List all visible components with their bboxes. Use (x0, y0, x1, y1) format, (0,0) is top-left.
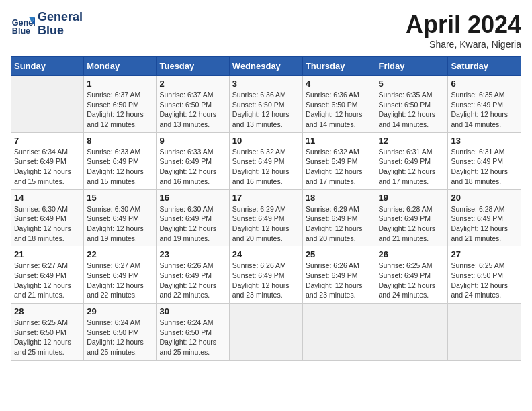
calendar-cell (11, 76, 84, 133)
calendar-cell: 25Sunrise: 6:26 AM Sunset: 6:49 PM Dayli… (302, 246, 375, 304)
day-info: Sunrise: 6:33 AM Sunset: 6:49 PM Dayligh… (87, 147, 153, 187)
day-info: Sunrise: 6:30 AM Sunset: 6:49 PM Dayligh… (87, 204, 153, 244)
logo: General Blue General Blue (11, 11, 83, 38)
month-title: April 2024 (406, 11, 521, 39)
day-info: Sunrise: 6:26 AM Sunset: 6:49 PM Dayligh… (159, 261, 226, 300)
weekday-header: Wednesday (229, 57, 302, 76)
day-number: 12 (378, 136, 445, 146)
day-info: Sunrise: 6:25 AM Sunset: 6:49 PM Dayligh… (378, 261, 445, 300)
calendar-cell: 10Sunrise: 6:32 AM Sunset: 6:49 PM Dayli… (229, 132, 302, 189)
calendar-header-row: SundayMondayTuesdayWednesdayThursdayFrid… (11, 57, 521, 76)
day-info: Sunrise: 6:30 AM Sunset: 6:49 PM Dayligh… (159, 204, 226, 244)
day-number: 1 (87, 79, 153, 89)
day-info: Sunrise: 6:25 AM Sunset: 6:50 PM Dayligh… (451, 261, 518, 300)
calendar-cell: 22Sunrise: 6:27 AM Sunset: 6:49 PM Dayli… (84, 246, 157, 304)
day-number: 7 (14, 136, 81, 146)
day-info: Sunrise: 6:26 AM Sunset: 6:49 PM Dayligh… (232, 261, 300, 300)
weekday-header: Tuesday (157, 57, 229, 76)
day-number: 13 (451, 136, 518, 146)
day-number: 4 (306, 79, 373, 89)
day-number: 14 (14, 193, 81, 203)
day-info: Sunrise: 6:35 AM Sunset: 6:49 PM Dayligh… (451, 90, 518, 130)
calendar-cell: 12Sunrise: 6:31 AM Sunset: 6:49 PM Dayli… (375, 132, 448, 189)
day-info: Sunrise: 6:32 AM Sunset: 6:49 PM Dayligh… (306, 147, 373, 187)
day-number: 11 (306, 136, 373, 146)
day-number: 6 (451, 79, 518, 89)
day-number: 18 (306, 193, 373, 203)
calendar-cell: 24Sunrise: 6:26 AM Sunset: 6:49 PM Dayli… (229, 246, 302, 304)
day-info: Sunrise: 6:28 AM Sunset: 6:49 PM Dayligh… (378, 204, 445, 244)
day-number: 10 (232, 136, 300, 146)
calendar-header: SundayMondayTuesdayWednesdayThursdayFrid… (11, 57, 521, 76)
calendar-week-row: 21Sunrise: 6:27 AM Sunset: 6:49 PM Dayli… (11, 246, 521, 304)
day-info: Sunrise: 6:29 AM Sunset: 6:49 PM Dayligh… (232, 204, 300, 244)
calendar-cell: 14Sunrise: 6:30 AM Sunset: 6:49 PM Dayli… (11, 189, 84, 246)
day-number: 25 (306, 249, 373, 259)
calendar-cell: 11Sunrise: 6:32 AM Sunset: 6:49 PM Dayli… (302, 132, 375, 189)
location-subtitle: Share, Kwara, Nigeria (406, 39, 521, 50)
day-number: 19 (378, 193, 445, 203)
weekday-header: Sunday (11, 57, 84, 76)
day-info: Sunrise: 6:33 AM Sunset: 6:49 PM Dayligh… (159, 147, 226, 187)
calendar-body: 1Sunrise: 6:37 AM Sunset: 6:50 PM Daylig… (11, 76, 521, 361)
day-info: Sunrise: 6:25 AM Sunset: 6:50 PM Dayligh… (14, 318, 81, 357)
title-area: April 2024 Share, Kwara, Nigeria (406, 11, 521, 50)
day-number: 5 (378, 79, 445, 89)
calendar-cell: 3Sunrise: 6:36 AM Sunset: 6:50 PM Daylig… (229, 76, 302, 133)
day-number: 29 (87, 306, 153, 316)
day-number: 17 (232, 193, 300, 203)
calendar-cell: 6Sunrise: 6:35 AM Sunset: 6:49 PM Daylig… (448, 76, 521, 133)
calendar-cell: 16Sunrise: 6:30 AM Sunset: 6:49 PM Dayli… (157, 189, 229, 246)
day-number: 20 (451, 193, 518, 203)
day-info: Sunrise: 6:24 AM Sunset: 6:50 PM Dayligh… (159, 318, 226, 357)
day-number: 21 (14, 249, 81, 259)
calendar-cell: 4Sunrise: 6:36 AM Sunset: 6:50 PM Daylig… (302, 76, 375, 133)
weekday-header: Saturday (448, 57, 521, 76)
calendar-cell: 1Sunrise: 6:37 AM Sunset: 6:50 PM Daylig… (84, 76, 157, 133)
day-number: 23 (159, 249, 226, 259)
calendar-cell: 28Sunrise: 6:25 AM Sunset: 6:50 PM Dayli… (11, 304, 84, 361)
calendar-cell: 5Sunrise: 6:35 AM Sunset: 6:50 PM Daylig… (375, 76, 448, 133)
calendar-cell: 29Sunrise: 6:24 AM Sunset: 6:50 PM Dayli… (84, 304, 157, 361)
calendar-cell: 19Sunrise: 6:28 AM Sunset: 6:49 PM Dayli… (375, 189, 448, 246)
day-number: 15 (87, 193, 153, 203)
calendar-cell (302, 304, 375, 361)
day-info: Sunrise: 6:36 AM Sunset: 6:50 PM Dayligh… (232, 90, 300, 130)
day-number: 9 (159, 136, 226, 146)
weekday-header: Thursday (302, 57, 375, 76)
calendar-cell: 23Sunrise: 6:26 AM Sunset: 6:49 PM Dayli… (157, 246, 229, 304)
calendar-cell: 9Sunrise: 6:33 AM Sunset: 6:49 PM Daylig… (157, 132, 229, 189)
day-info: Sunrise: 6:27 AM Sunset: 6:49 PM Dayligh… (14, 261, 81, 300)
day-info: Sunrise: 6:29 AM Sunset: 6:49 PM Dayligh… (306, 204, 373, 244)
day-info: Sunrise: 6:32 AM Sunset: 6:49 PM Dayligh… (232, 147, 300, 187)
calendar-cell: 21Sunrise: 6:27 AM Sunset: 6:49 PM Dayli… (11, 246, 84, 304)
day-info: Sunrise: 6:26 AM Sunset: 6:49 PM Dayligh… (306, 261, 373, 300)
calendar-week-row: 28Sunrise: 6:25 AM Sunset: 6:50 PM Dayli… (11, 304, 521, 361)
day-info: Sunrise: 6:28 AM Sunset: 6:49 PM Dayligh… (451, 204, 518, 244)
day-info: Sunrise: 6:24 AM Sunset: 6:50 PM Dayligh… (87, 318, 153, 357)
day-info: Sunrise: 6:31 AM Sunset: 6:49 PM Dayligh… (378, 147, 445, 187)
day-info: Sunrise: 6:27 AM Sunset: 6:49 PM Dayligh… (87, 261, 153, 300)
day-info: Sunrise: 6:34 AM Sunset: 6:49 PM Dayligh… (14, 147, 81, 187)
calendar-cell: 17Sunrise: 6:29 AM Sunset: 6:49 PM Dayli… (229, 189, 302, 246)
calendar-cell: 7Sunrise: 6:34 AM Sunset: 6:49 PM Daylig… (11, 132, 84, 189)
weekday-header: Monday (84, 57, 157, 76)
calendar-cell (375, 304, 448, 361)
calendar-cell: 27Sunrise: 6:25 AM Sunset: 6:50 PM Dayli… (448, 246, 521, 304)
calendar-week-row: 7Sunrise: 6:34 AM Sunset: 6:49 PM Daylig… (11, 132, 521, 189)
day-number: 16 (159, 193, 226, 203)
logo-icon: General Blue (11, 12, 35, 36)
svg-text:Blue: Blue (12, 26, 30, 36)
day-info: Sunrise: 6:37 AM Sunset: 6:50 PM Dayligh… (159, 90, 226, 130)
calendar-cell: 20Sunrise: 6:28 AM Sunset: 6:49 PM Dayli… (448, 189, 521, 246)
day-info: Sunrise: 6:30 AM Sunset: 6:49 PM Dayligh… (14, 204, 81, 244)
calendar-cell: 15Sunrise: 6:30 AM Sunset: 6:49 PM Dayli… (84, 189, 157, 246)
logo-text-line2: Blue (38, 24, 83, 38)
calendar-cell (448, 304, 521, 361)
calendar-table: SundayMondayTuesdayWednesdayThursdayFrid… (11, 56, 521, 361)
calendar-cell: 18Sunrise: 6:29 AM Sunset: 6:49 PM Dayli… (302, 189, 375, 246)
day-number: 28 (14, 306, 81, 316)
calendar-week-row: 1Sunrise: 6:37 AM Sunset: 6:50 PM Daylig… (11, 76, 521, 133)
day-info: Sunrise: 6:36 AM Sunset: 6:50 PM Dayligh… (306, 90, 373, 130)
day-number: 2 (159, 79, 226, 89)
